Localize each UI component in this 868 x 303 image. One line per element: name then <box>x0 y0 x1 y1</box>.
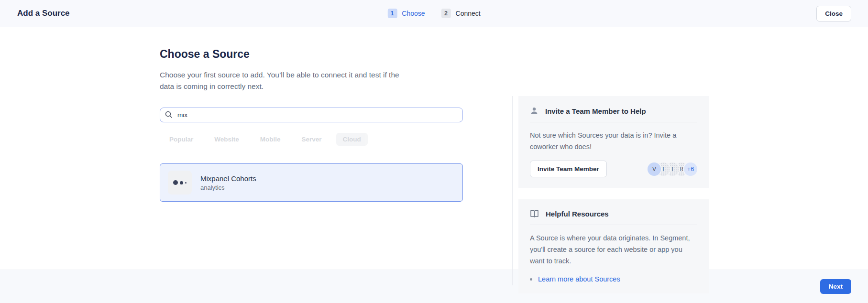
top-bar: Add a Source 1 Choose 2 Connect Close <box>0 0 868 27</box>
section-description: Choose your first source to add. You’ll … <box>160 69 412 92</box>
step-choose-number: 1 <box>387 9 397 18</box>
search-input[interactable] <box>160 108 463 122</box>
resources-card-header: Helpful Resources <box>530 210 697 225</box>
invite-card-header: Invite a Team Member to Help <box>530 107 697 122</box>
bullet-icon <box>530 278 532 281</box>
result-title: Mixpanel Cohorts <box>200 174 256 183</box>
source-chooser: Choose a Source Choose your first source… <box>160 27 463 202</box>
invite-row: Invite Team Member V T T R +6 <box>530 161 697 177</box>
source-search <box>160 108 463 122</box>
category-tabs: Popular Website Mobile Server Cloud <box>160 133 463 146</box>
footer-bar: Next <box>0 270 868 303</box>
resources-list-item: Learn more about Sources <box>530 275 697 283</box>
category-tab-mobile[interactable]: Mobile <box>253 133 287 146</box>
category-tab-cloud[interactable]: Cloud <box>336 133 368 146</box>
resources-card-body: A Source is where your data originates. … <box>530 232 697 267</box>
step-connect-number: 2 <box>441 9 451 18</box>
resources-card: Helpful Resources A Source is where your… <box>518 199 709 293</box>
section-heading: Choose a Source <box>160 48 463 61</box>
result-category: analytics <box>200 184 256 191</box>
result-text: Mixpanel Cohorts analytics <box>200 174 256 191</box>
source-result-mixpanel-cohorts[interactable]: Mixpanel Cohorts analytics <box>160 163 463 202</box>
person-icon <box>530 107 538 115</box>
step-choose[interactable]: 1 Choose <box>387 9 425 18</box>
main-content: Choose a Source Choose your first source… <box>0 27 868 270</box>
page-title: Add a Source <box>17 9 70 18</box>
team-avatar-stack: V T T R +6 <box>648 162 697 176</box>
next-button[interactable]: Next <box>820 279 851 294</box>
category-tab-server[interactable]: Server <box>295 133 329 146</box>
wizard-stepper: 1 Choose 2 Connect <box>387 9 480 18</box>
category-tab-website[interactable]: Website <box>208 133 246 146</box>
close-button[interactable]: Close <box>816 6 851 22</box>
invite-card: Invite a Team Member to Help Not sure wh… <box>518 96 709 188</box>
invite-team-member-button[interactable]: Invite Team Member <box>530 161 607 177</box>
resources-card-title: Helpful Resources <box>546 210 609 218</box>
learn-more-sources-link[interactable]: Learn more about Sources <box>538 275 620 283</box>
avatar-v: V <box>648 162 661 176</box>
help-sidebar: Invite a Team Member to Help Not sure wh… <box>518 96 709 293</box>
avatar-overflow-count: +6 <box>684 162 697 176</box>
mixpanel-dots-icon <box>168 171 192 195</box>
book-icon <box>530 210 539 218</box>
step-choose-label: Choose <box>402 10 425 17</box>
invite-card-title: Invite a Team Member to Help <box>545 107 646 115</box>
step-connect-label: Connect <box>456 10 481 17</box>
step-connect[interactable]: 2 Connect <box>441 9 481 18</box>
category-tab-popular[interactable]: Popular <box>163 133 200 146</box>
invite-card-body: Not sure which Sources your data is in? … <box>530 130 697 152</box>
